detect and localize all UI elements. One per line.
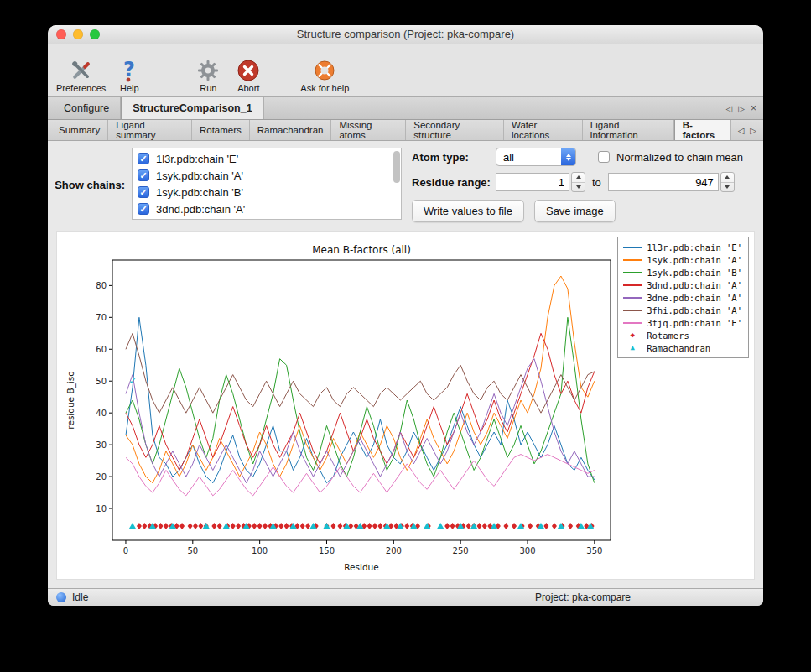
tools-icon (69, 58, 94, 83)
show-chains-list[interactable]: 1l3r.pdb:chain 'E' 1syk.pdb:chain 'A' 1s… (132, 148, 402, 220)
svg-text:residue B_iso: residue B_iso (65, 371, 76, 429)
atom-type-value: all (503, 151, 514, 164)
tab-configure[interactable]: Configure (53, 97, 121, 119)
abort-button[interactable]: Abort (230, 58, 267, 93)
show-chains-label: Show chains: (55, 179, 125, 191)
tab-scroll-left-icon[interactable]: ◁ (726, 104, 733, 113)
legend-line-swatch (623, 259, 642, 261)
legend-item: 3dnd.pdb:chain 'A' (623, 279, 742, 291)
svg-text:0: 0 (123, 546, 128, 555)
svg-text:Mean B-factors (all): Mean B-factors (all) (312, 244, 411, 256)
normalized-checkbox-group[interactable]: Normalized to chain mean (598, 151, 743, 164)
tab-close-icon[interactable]: × (751, 102, 756, 114)
preferences-button[interactable]: Preferences (56, 58, 106, 93)
legend-line-swatch (623, 310, 642, 311)
legend-line-swatch (623, 322, 642, 324)
chain-row[interactable]: 1syk.pdb:chain 'A' (133, 167, 401, 184)
write-values-button[interactable]: Write values to file (412, 200, 524, 222)
tab-summary[interactable]: Summary (51, 120, 108, 140)
help-button[interactable]: ? Help (111, 58, 148, 93)
toolbar-label: Help (120, 83, 139, 93)
tab-scroll-right-icon[interactable]: ▷ (738, 104, 745, 113)
chain-checkbox[interactable] (138, 153, 149, 164)
chain-row[interactable]: 3dnd.pdb:chain 'A' (133, 201, 401, 217)
tab-ligand-summary[interactable]: Ligand summary (108, 120, 192, 140)
residue-from-input[interactable] (496, 173, 569, 191)
project-name: Project: pka-compare (535, 591, 631, 603)
svg-text:20: 20 (96, 472, 107, 482)
residue-to-stepper[interactable] (720, 172, 735, 192)
window-title: Structure comparison (Project: pka-compa… (48, 25, 763, 44)
ask-for-help-button[interactable]: Ask for help (300, 58, 349, 93)
subtab-scroll-left-icon[interactable]: ◁ (738, 126, 745, 135)
chain-label: 1syk.pdb:chain 'B' (156, 186, 243, 199)
status-indicator-icon (56, 592, 66, 602)
legend-item: 3fhi.pdb:chain 'A' (623, 304, 742, 316)
tab-rotamers[interactable]: Rotamers (192, 120, 250, 140)
tab-label: Water locations (512, 120, 574, 140)
chart-legend: 1l3r.pdb:chain 'E'1syk.pdb:chain 'A'1syk… (617, 237, 749, 358)
svg-text:300: 300 (519, 546, 535, 555)
options-column: Atom type: all Normalized to chain mean … (412, 148, 743, 222)
tab-secondary-structure[interactable]: Secondary structure (406, 120, 504, 140)
traffic-lights (56, 29, 100, 39)
residue-to-input[interactable] (608, 173, 719, 191)
controls-panel: Show chains: 1l3r.pdb:chain 'E' 1syk.pdb… (48, 141, 763, 227)
residue-from-stepper[interactable] (571, 172, 585, 192)
subtab-scroll-right-icon[interactable]: ▷ (750, 126, 756, 135)
minimize-window-button[interactable] (73, 29, 83, 39)
toolbar: Preferences ? Help (48, 44, 763, 97)
chain-checkbox[interactable] (138, 186, 149, 198)
legend-item: 1l3r.pdb:chain 'E' (623, 241, 742, 253)
toolbar-label: Ask for help (300, 83, 349, 93)
chain-checkbox[interactable] (138, 203, 149, 215)
tab-label: Ligand summary (116, 120, 184, 140)
svg-text:200: 200 (386, 546, 402, 555)
run-button[interactable]: Run (190, 58, 226, 93)
legend-label: Rotamers (647, 331, 689, 341)
bfactor-chart-panel: 0501001502002503003501020304050607080Mea… (56, 231, 755, 580)
tab-label: Ligand information (590, 120, 666, 140)
svg-text:10: 10 (96, 504, 107, 513)
chain-row[interactable]: 1syk.pdb:chain 'B' (133, 184, 401, 201)
close-window-button[interactable] (56, 29, 66, 39)
chain-label: 1syk.pdb:chain 'A' (156, 169, 243, 182)
content-area: Show chains: 1l3r.pdb:chain 'E' 1syk.pdb… (48, 141, 763, 588)
tab-water-locations[interactable]: Water locations (504, 120, 583, 140)
list-scrollbar[interactable] (393, 151, 400, 183)
toolbar-label: Run (200, 83, 216, 93)
tab-nav-controls: ◁ ▷ × (720, 97, 763, 119)
legend-line-swatch (623, 297, 642, 299)
tab-label: Missing atoms (339, 120, 398, 140)
abort-icon (237, 58, 259, 83)
chain-checkbox[interactable] (138, 169, 149, 181)
atom-type-label: Atom type: (412, 151, 496, 164)
save-image-button[interactable]: Save image (534, 200, 616, 222)
tab-label: B-factors (683, 120, 723, 140)
legend-label: 1syk.pdb:chain 'A' (647, 255, 742, 265)
tab-structure-comparison[interactable]: StructureComparison_1 (121, 97, 263, 119)
zoom-window-button[interactable] (90, 29, 100, 39)
svg-text:30: 30 (96, 440, 107, 450)
tab-ramachandran[interactable]: Ramachandran (250, 120, 332, 140)
status-bar: Idle Project: pka-compare (48, 588, 763, 606)
tab-ligand-information[interactable]: Ligand information (583, 120, 674, 140)
svg-text:40: 40 (96, 409, 107, 418)
chain-row[interactable]: 1l3r.pdb:chain 'E' (133, 150, 401, 167)
svg-text:150: 150 (319, 546, 335, 555)
subtab-nav-controls: ◁ ▷ (731, 120, 763, 140)
atom-type-select[interactable]: all (496, 148, 576, 166)
legend-line-swatch (623, 247, 642, 248)
svg-text:50: 50 (187, 546, 198, 555)
app-window: Structure comparison (Project: pka-compa… (48, 25, 763, 606)
tab-missing-atoms[interactable]: Missing atoms (331, 120, 406, 140)
svg-text:50: 50 (96, 377, 107, 386)
combo-arrows-icon[interactable] (561, 148, 575, 165)
legend-line-swatch (623, 284, 642, 286)
normalized-checkbox[interactable] (598, 151, 610, 163)
tab-b-factors[interactable]: B-factors (674, 120, 731, 140)
svg-text:70: 70 (96, 313, 107, 322)
legend-item: 3fjq.pdb:chain 'E' (623, 316, 742, 329)
toolbar-label: Abort (237, 83, 259, 93)
title-bar[interactable]: Structure comparison (Project: pka-compa… (48, 25, 763, 44)
